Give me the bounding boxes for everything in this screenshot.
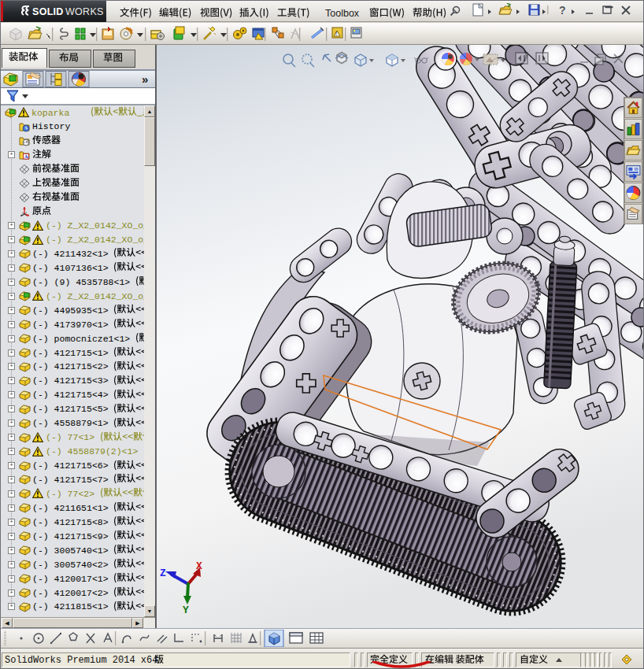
svg-text:?: ?: [559, 4, 566, 17]
svg-text:Y: Y: [183, 604, 189, 616]
svg-text:SOLID: SOLID: [32, 6, 64, 17]
svg-text:!: !: [335, 30, 337, 37]
svg-text:WORKS: WORKS: [65, 6, 104, 17]
svg-text:X: X: [196, 560, 202, 572]
svg-text:Z: Z: [160, 567, 166, 579]
svg-text:»: »: [142, 72, 148, 86]
